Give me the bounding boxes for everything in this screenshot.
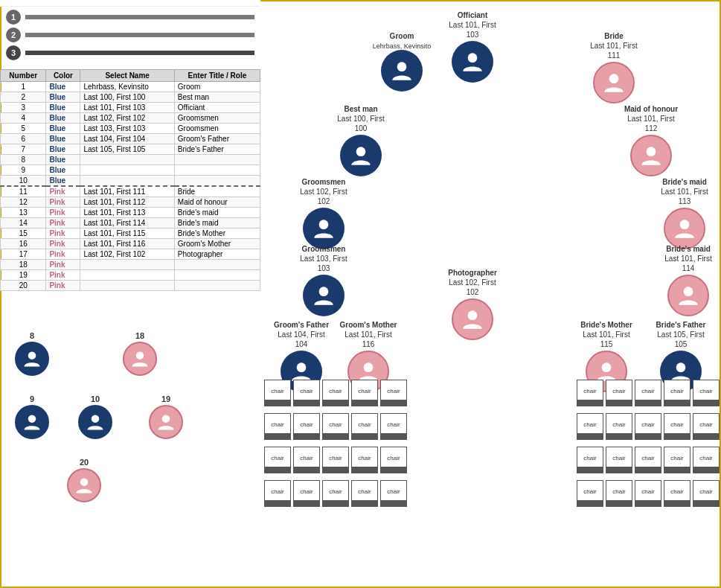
chair[interactable]: chair <box>693 447 720 473</box>
chair[interactable]: chair <box>664 413 690 440</box>
chair[interactable]: chair <box>693 413 720 440</box>
chair[interactable]: chair <box>606 480 632 507</box>
chair[interactable]: chair <box>664 447 690 473</box>
chair[interactable]: chair <box>351 413 378 440</box>
diagram-node-officiant[interactable]: OfficiantLast 101, First 103 <box>443 10 502 83</box>
chair[interactable]: chair <box>351 447 378 473</box>
node-role-label: Bride's FatherLast 105, First 105 <box>651 320 711 349</box>
chair-label: chair <box>641 488 654 495</box>
person-figure[interactable] <box>67 468 101 502</box>
chair-label: chair <box>271 455 283 461</box>
diagram-node-bestman[interactable]: Best manLast 100, First 100 <box>331 104 391 176</box>
diagram-node-photographer[interactable]: PhotographerLast 102, First 102 <box>443 268 502 340</box>
col-name: Select Name <box>80 70 174 82</box>
cell-role <box>174 155 260 165</box>
chair[interactable]: chair <box>293 380 320 406</box>
chair[interactable]: chair <box>380 447 407 473</box>
chair[interactable]: chair <box>380 380 407 406</box>
cell-role: Officiant <box>174 103 260 113</box>
chair[interactable]: chair <box>322 480 349 507</box>
chair[interactable]: chair <box>635 380 661 406</box>
chair[interactable]: chair <box>380 413 407 440</box>
chair[interactable]: chair <box>693 480 720 507</box>
figure-label: 19 <box>161 394 170 403</box>
person-figure[interactable] <box>15 405 49 439</box>
svg-point-19 <box>676 362 686 372</box>
diagram-node-groom[interactable]: GroomLehrbass, Kevinsito <box>372 31 432 92</box>
chair[interactable]: chair <box>322 447 349 473</box>
diagram-node-bridesmaid2[interactable]: Bride's maidLast 101, First 114 <box>658 244 718 316</box>
cell-color: Blue <box>46 155 80 165</box>
table-row: 10 Blue <box>1 176 260 187</box>
chair-label: chair <box>670 421 683 428</box>
chair[interactable]: chair <box>293 480 320 507</box>
chair[interactable]: chair <box>264 447 291 473</box>
table-row: 15 Pink Last 101, First 115 Bride's Moth… <box>1 229 260 239</box>
chair[interactable]: chair <box>293 447 320 473</box>
person-figure[interactable] <box>149 405 183 439</box>
chair[interactable]: chair <box>664 380 690 406</box>
person-figure[interactable] <box>15 342 49 376</box>
chair[interactable]: chair <box>635 480 661 507</box>
cell-color: Pink <box>46 197 80 208</box>
person-figure[interactable] <box>123 342 157 376</box>
diagram-node-groomsmen2[interactable]: GroomsmenLast 103, First 103 <box>294 244 353 316</box>
table-row: 19 Pink <box>1 270 260 281</box>
chair[interactable]: chair <box>322 380 349 406</box>
person-figure[interactable] <box>78 405 112 439</box>
chair[interactable]: chair <box>635 447 661 473</box>
table-row: 12 Pink Last 101, First 112 Maid of hono… <box>1 197 260 208</box>
cell-name: Last 101, First 113 <box>80 208 174 218</box>
cell-color: Blue <box>46 165 80 176</box>
cell-color: Pink <box>46 218 80 229</box>
cell-num: 15 <box>1 229 46 239</box>
chair[interactable]: chair <box>293 413 320 440</box>
chair[interactable]: chair <box>606 413 632 440</box>
chair[interactable]: chair <box>264 380 291 406</box>
unassigned-area: 8 18 9 10 19 20 <box>0 294 260 510</box>
cell-name: Lehrbass, Kevinsito <box>80 82 174 92</box>
chair[interactable]: chair <box>577 380 603 406</box>
chair[interactable]: chair <box>635 413 661 440</box>
figure-item: 20 <box>67 458 101 502</box>
chair[interactable]: chair <box>664 480 690 507</box>
svg-point-9 <box>356 147 366 156</box>
chair[interactable]: chair <box>577 447 603 473</box>
chair[interactable]: chair <box>322 413 349 440</box>
chair[interactable]: chair <box>351 380 378 406</box>
cell-color: Blue <box>46 144 80 155</box>
cell-role: Bride's maid <box>174 208 260 218</box>
svg-point-6 <box>397 62 407 71</box>
node-role-label: Groom's FatherLast 104, First 104 <box>272 320 331 349</box>
chair[interactable]: chair <box>577 480 603 507</box>
svg-point-2 <box>28 415 36 423</box>
chair[interactable]: chair <box>606 447 632 473</box>
instructions-panel: 1 2 3 <box>0 7 260 66</box>
chair[interactable]: chair <box>351 480 378 507</box>
chair[interactable]: chair <box>693 380 720 406</box>
cell-num: 3 <box>1 103 46 113</box>
diagram-node-bride[interactable]: BrideLast 101, First 111 <box>584 31 644 103</box>
chair[interactable]: chair <box>380 480 407 507</box>
chair[interactable]: chair <box>264 413 291 440</box>
cell-name <box>80 270 174 281</box>
diagram-node-bridesmaid1[interactable]: Bride's maidLast 101, First 113 <box>655 177 714 249</box>
cell-num: 1 <box>1 82 46 92</box>
cell-name: Last 105, First 105 <box>80 144 174 155</box>
cell-role <box>174 165 260 176</box>
chair[interactable]: chair <box>577 413 603 440</box>
diagram-node-groomsmen1[interactable]: GroomsmenLast 102, First 102 <box>294 177 353 249</box>
instruction-num-1: 1 <box>6 10 21 25</box>
figure-label: 20 <box>80 458 89 467</box>
cell-color: Pink <box>46 260 80 270</box>
table-row: 11 Pink Last 101, First 111 Bride <box>1 186 260 197</box>
cell-num: 19 <box>1 270 46 281</box>
chair[interactable]: chair <box>606 380 632 406</box>
cell-color: Blue <box>46 134 80 144</box>
person-circle-lg <box>303 208 345 249</box>
chair[interactable]: chair <box>264 480 291 507</box>
cell-role: Maid of honour <box>174 197 260 208</box>
cell-name <box>80 176 174 187</box>
diagram-node-maidofhonour[interactable]: Maid of honourLast 101, First 112 <box>621 104 681 176</box>
person-circle-lg <box>340 135 382 176</box>
